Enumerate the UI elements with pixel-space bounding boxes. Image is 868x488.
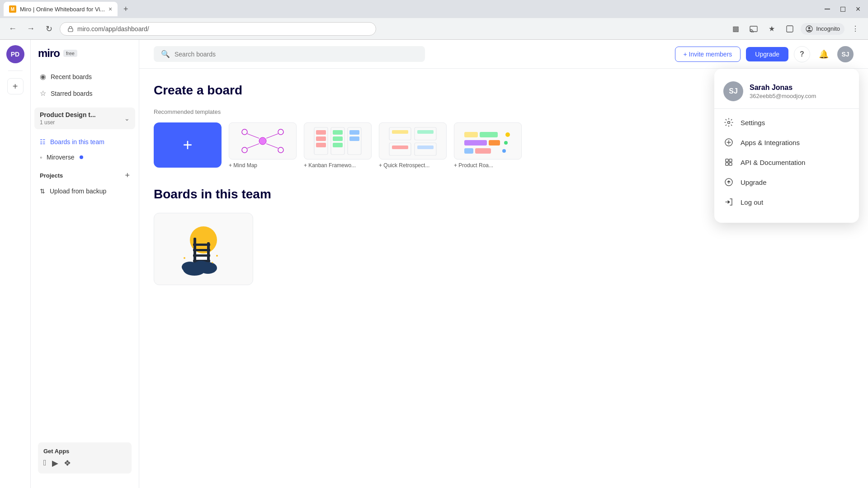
left-rail: PD + [0, 40, 31, 488]
svg-point-7 [259, 137, 266, 145]
main-header: 🔍 + Invite members Upgrade ? 🔔 SJ [139, 40, 868, 69]
incognito-button[interactable]: Incognito [801, 23, 844, 35]
template-label-kanban: Kanban Framewo... [304, 162, 372, 169]
svg-rect-23 [349, 130, 359, 135]
invite-members-button[interactable]: + Invite members [675, 47, 741, 62]
api-icon [723, 157, 734, 168]
minimize-button[interactable] [821, 3, 834, 15]
video-icon[interactable]: ▩ [728, 22, 743, 36]
upload-section: ⇅ Upload from backup [31, 184, 139, 199]
svg-point-10 [278, 129, 283, 135]
svg-rect-22 [333, 136, 343, 141]
add-project-icon[interactable]: + [125, 171, 130, 180]
miroverse-dot [80, 155, 83, 159]
search-icon: 🔍 [161, 50, 170, 58]
address-bar[interactable]: miro.com/app/dashboard/ [60, 22, 376, 36]
svg-rect-60 [729, 159, 732, 162]
browser-chrome: M Miro | Online Whiteboard for Vi... × +… [0, 0, 868, 40]
template-card-kanban[interactable]: Kanban Framewo... [304, 122, 372, 169]
sidebar-item-upload[interactable]: ⇅ Upload from backup [34, 184, 135, 198]
svg-rect-21 [333, 130, 343, 135]
upload-label: Upload from backup [50, 188, 106, 195]
upgrade-button[interactable]: Upgrade [746, 47, 788, 61]
dropdown-avatar: SJ [723, 81, 743, 101]
notification-button[interactable]: 🔔 [816, 46, 832, 62]
svg-rect-37 [464, 140, 487, 145]
bookmark-icon[interactable]: ★ [764, 22, 779, 36]
board-card[interactable] [154, 213, 253, 285]
boards-in-team-label: Boards in this team [50, 138, 104, 145]
back-button[interactable]: ← [5, 22, 20, 36]
svg-rect-62 [729, 163, 732, 165]
dropdown-logout[interactable]: Log out [714, 192, 859, 212]
product-svg [461, 123, 515, 159]
window-controls: × [821, 3, 864, 15]
svg-point-41 [505, 132, 510, 137]
rail-divider [8, 70, 23, 71]
svg-point-11 [278, 147, 283, 153]
template-card-product[interactable]: Product Roa... [454, 122, 522, 169]
menu-button[interactable]: ⋮ [848, 22, 863, 36]
svg-rect-40 [475, 148, 491, 154]
dropdown-upgrade[interactable]: Upgrade [714, 172, 859, 192]
apps-label: Apps & Integrations [741, 139, 800, 146]
search-input[interactable] [175, 51, 418, 58]
product-thumbnail [454, 122, 522, 160]
sidebar-item-miroverse[interactable]: ◦ Miroverse [34, 150, 135, 164]
svg-rect-61 [726, 163, 728, 165]
lock-icon [67, 26, 74, 32]
main-area: 🔍 + Invite members Upgrade ? 🔔 SJ Create… [139, 40, 868, 488]
apple-icon[interactable]:  [43, 458, 47, 468]
browser-tab[interactable]: M Miro | Online Whiteboard for Vi... × [4, 2, 118, 16]
template-card-mind-map[interactable]: Mind Map [229, 122, 297, 169]
svg-rect-25 [316, 143, 326, 147]
browser-toolbar: ← → ↻ miro.com/app/dashboard/ ▩ ★ Incogn… [0, 18, 868, 40]
help-button[interactable]: ? [794, 46, 810, 62]
play-icon[interactable]: ▶ [52, 458, 58, 468]
tab-close-icon[interactable]: × [108, 5, 112, 13]
user-avatar-header[interactable]: SJ [837, 46, 854, 62]
board-cards-row [154, 213, 854, 285]
search-box[interactable]: 🔍 [154, 46, 425, 62]
close-button[interactable]: × [852, 3, 864, 15]
template-label-product: Product Roa... [454, 162, 522, 169]
sidebar-item-boards-in-team[interactable]: ☷ Boards in this team [34, 135, 135, 149]
forward-button[interactable]: → [24, 22, 38, 36]
template-card-retro[interactable]: Quick Retrospect... [379, 122, 447, 169]
header-actions: + Invite members Upgrade ? 🔔 SJ [675, 46, 854, 62]
new-board-card[interactable]: + [154, 122, 222, 168]
svg-line-13 [247, 144, 259, 148]
logo-area: miro free [31, 47, 139, 69]
svg-point-55 [184, 257, 185, 259]
dropdown-apps[interactable]: Apps & Integrations [714, 132, 859, 152]
plan-badge: free [63, 50, 77, 57]
settings-icon [723, 117, 734, 128]
dropdown-api[interactable]: API & Documentation [714, 152, 859, 172]
restore-button[interactable] [836, 3, 849, 15]
get-apps-title: Get Apps [43, 448, 126, 455]
app: PD + miro free ◉ Recent boards ☆ Starred… [0, 40, 868, 488]
sidebar-item-recent[interactable]: ◉ Recent boards [34, 69, 135, 84]
windows-icon[interactable]: ❖ [64, 458, 71, 468]
svg-rect-35 [464, 132, 478, 137]
chevron-down-icon: ⌄ [124, 115, 130, 122]
new-tab-button[interactable]: + [119, 3, 132, 15]
svg-rect-36 [480, 132, 498, 137]
svg-rect-33 [392, 145, 408, 149]
starred-boards-label: Starred boards [51, 90, 93, 97]
user-avatar-rail[interactable]: PD [6, 45, 24, 63]
svg-rect-0 [825, 9, 830, 9]
sidebar-item-starred[interactable]: ☆ Starred boards [34, 85, 135, 101]
recent-boards-label: Recent boards [51, 73, 92, 80]
add-workspace-button[interactable]: + [7, 78, 24, 94]
miroverse-icon: ◦ [40, 154, 42, 161]
team-selector[interactable]: Product Design t... 1 user ⌄ [34, 108, 135, 129]
get-apps-card: Get Apps  ▶ ❖ [38, 442, 132, 474]
tablet-icon[interactable] [783, 22, 797, 36]
mindmap-thumbnail [229, 122, 297, 160]
reload-button[interactable]: ↻ [42, 22, 56, 36]
svg-rect-19 [316, 130, 326, 135]
dropdown-settings[interactable]: Settings [714, 113, 859, 132]
miro-logo: miro [38, 47, 60, 60]
cast-icon[interactable] [746, 22, 761, 36]
